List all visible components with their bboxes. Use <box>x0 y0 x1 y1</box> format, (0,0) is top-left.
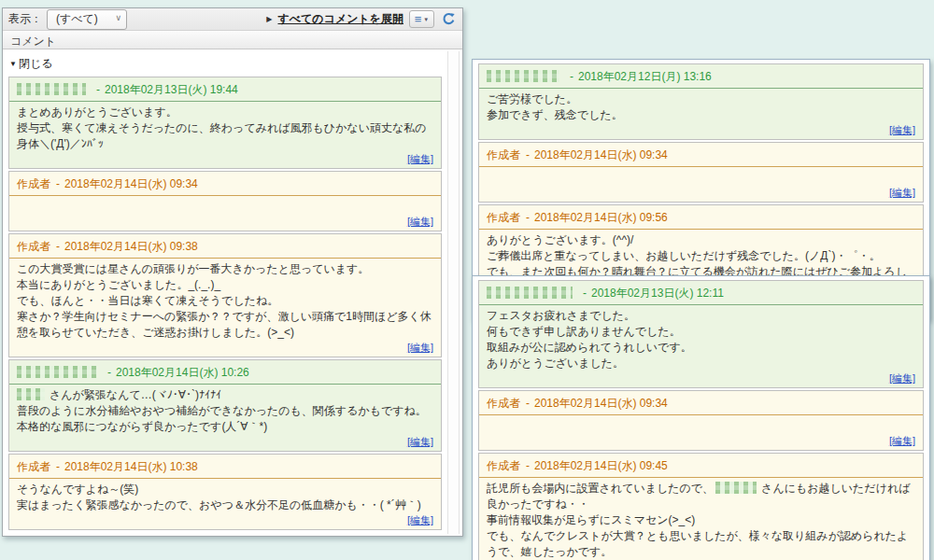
name-date-separator: - <box>96 83 100 96</box>
comment-body: まとめありがとうございます。 授与式、寒くて凍えそうだったのに、終わってみれば風… <box>9 102 441 152</box>
comment-body: フェスタお疲れさまでした。 何もできず申し訳ありませんでした。 取組みが公に認め… <box>479 305 923 371</box>
comments-window-left: 表示： (すべて) ∨ ▶ すべてのコメントを展開 ≡ ▼ コメント ▼閉じる <box>2 7 463 537</box>
expand-arrow-icon: ▶ <box>266 15 272 23</box>
edit-link[interactable]: [編集] <box>407 342 433 353</box>
comment-body <box>479 167 923 186</box>
edit-link[interactable]: [編集] <box>889 187 915 198</box>
comment-header: -2018年02月13日(火) 12:11 <box>479 281 923 305</box>
edit-link[interactable]: [編集] <box>407 216 433 227</box>
name-date-separator: - <box>56 177 60 190</box>
comment-header: 作成者-2018年02月14日(水) 09:56 <box>479 205 923 230</box>
display-filter-label: 表示： <box>8 11 42 27</box>
comment-block: 作成者-2018年02月14日(水) 09:45 託児所も会場内に設置されていま… <box>478 453 924 560</box>
redacted-commenter-name <box>17 83 86 95</box>
comment-date: 2018年02月14日(水) 09:56 <box>534 211 668 224</box>
comment-date: 2018年02月12日(月) 13:16 <box>578 70 712 83</box>
comment-filter-value: (すべて) <box>56 12 98 25</box>
comment-block: -2018年02月14日(水) 10:26 さんが緊張なんて…(ヾﾉ･∀･`)ﾅ… <box>8 359 442 452</box>
name-date-separator: - <box>56 460 60 473</box>
author-label: 作成者 <box>17 240 50 253</box>
edit-link[interactable]: [編集] <box>407 514 433 525</box>
name-date-separator: - <box>107 366 111 379</box>
comment-date: 2018年02月13日(火) 12:11 <box>591 287 724 300</box>
comment-block: 作成者-2018年02月14日(水) 09:34 [編集] <box>8 171 442 231</box>
comment-body: ご苦労様でした。 参加できず、残念でした。 <box>479 89 923 123</box>
comments-list: ▼閉じる -2018年02月13日(火) 19:44 まとめありがとうございます… <box>3 49 462 536</box>
comments-window-right-bottom: -2018年02月13日(火) 12:11 フェスタお疲れさまでした。 何もでき… <box>472 275 930 560</box>
author-label: 作成者 <box>487 148 520 161</box>
redacted-commenter-name <box>487 70 559 82</box>
hamburger-icon: ≡ <box>415 13 422 25</box>
name-date-separator: - <box>583 287 587 300</box>
edit-link[interactable]: [編集] <box>889 124 915 135</box>
comment-block: -2018年02月13日(火) 12:11 フェスタお疲れさまでした。 何もでき… <box>478 280 924 388</box>
redacted-commenter-name <box>17 366 97 378</box>
name-date-separator: - <box>56 240 60 253</box>
comment-block: -2018年02月13日(火) 19:44 まとめありがとうございます。 授与式… <box>8 77 442 169</box>
refresh-button[interactable] <box>440 11 457 28</box>
comment-block: -2018年02月12日(月) 13:16 ご苦労様でした。 参加できず、残念で… <box>478 63 924 140</box>
comments-toolbar: 表示： (すべて) ∨ ▶ すべてのコメントを展開 ≡ ▼ <box>3 8 462 31</box>
comment-header: 作成者-2018年02月14日(水) 09:34 <box>479 391 923 415</box>
comment-filter-select[interactable]: (すべて) ∨ <box>47 9 127 30</box>
author-label: 作成者 <box>17 177 50 190</box>
edit-link[interactable]: [編集] <box>889 435 915 446</box>
comment-body <box>9 196 441 215</box>
comment-date: 2018年02月14日(水) 09:34 <box>534 148 668 161</box>
caret-down-icon: ▼ <box>423 17 429 22</box>
comments-list: -2018年02月13日(火) 12:11 フェスタお疲れさまでした。 何もでき… <box>473 276 929 560</box>
comment-date: 2018年02月14日(水) 09:34 <box>534 397 668 410</box>
comment-date: 2018年02月14日(水) 09:34 <box>64 177 198 190</box>
author-label: 作成者 <box>487 397 520 410</box>
edit-link[interactable]: [編集] <box>407 153 433 164</box>
comment-block: 作成者-2018年02月14日(水) 10:38 そうなんですよね～(笑) 実は… <box>8 454 442 530</box>
name-date-separator: - <box>526 397 530 410</box>
comment-date: 2018年02月14日(水) 10:26 <box>116 366 249 379</box>
comment-block: 作成者-2018年02月14日(水) 09:38 この大賞受賞には星さんの頑張り… <box>8 233 442 357</box>
name-date-separator: - <box>526 148 530 161</box>
chevron-down-icon: ∨ <box>115 13 121 22</box>
comment-header: 作成者-2018年02月14日(水) 09:45 <box>479 454 923 478</box>
comment-body: そうなんですよね～(笑) 実はまったく緊張感なかったので、おやつ＆水分不足の低血… <box>9 479 441 513</box>
scrollbar-track[interactable] <box>447 51 460 534</box>
author-label: 作成者 <box>487 459 520 472</box>
comment-body <box>479 415 923 434</box>
author-label: 作成者 <box>487 211 520 224</box>
author-label: 作成者 <box>17 460 50 473</box>
edit-link[interactable]: [編集] <box>889 372 915 384</box>
comment-header: 作成者-2018年02月14日(水) 09:34 <box>9 172 441 196</box>
triangle-down-icon: ▼ <box>9 60 17 68</box>
comment-header: -2018年02月14日(水) 10:26 <box>9 360 441 385</box>
redacted-name-inline <box>17 388 45 400</box>
comment-date: 2018年02月14日(水) 09:38 <box>64 240 198 253</box>
refresh-icon <box>442 12 456 26</box>
edit-link[interactable]: [編集] <box>407 436 433 447</box>
comment-header: -2018年02月13日(火) 19:44 <box>9 77 441 102</box>
comment-date: 2018年02月13日(火) 19:44 <box>105 83 238 96</box>
name-date-separator: - <box>570 70 573 83</box>
list-options-button[interactable]: ≡ ▼ <box>409 10 434 28</box>
comment-block: 作成者-2018年02月14日(水) 09:34 [編集] <box>478 390 924 451</box>
comment-header: 作成者-2018年02月14日(水) 10:38 <box>9 455 441 479</box>
comment-header: 作成者-2018年02月14日(水) 09:34 <box>479 143 923 167</box>
comment-block: 作成者-2018年02月14日(水) 09:34 [編集] <box>478 142 924 203</box>
redacted-name-inline <box>715 482 757 494</box>
comment-body: この大賞受賞には星さんの頑張りが一番大きかったと思っています。 本当にありがとう… <box>9 259 441 341</box>
redacted-commenter-name <box>487 287 573 299</box>
expand-all-comments-link[interactable]: すべてのコメントを展開 <box>277 11 403 27</box>
comment-date: 2018年02月14日(水) 10:38 <box>64 460 198 473</box>
comment-header: -2018年02月12日(月) 13:16 <box>479 64 923 89</box>
comment-body: さんが緊張なんて…(ヾﾉ･∀･`)ﾅｲﾅｲ 普段のように水分補給やおやつ補給がで… <box>9 385 441 435</box>
name-date-separator: - <box>526 211 530 224</box>
collapse-toggle[interactable]: ▼閉じる <box>8 53 442 77</box>
comment-date: 2018年02月14日(水) 09:45 <box>534 459 668 472</box>
comment-body: 託児所も会場内に設置されていましたので、さんにもお越しいただければ良かったですね… <box>479 478 923 560</box>
name-date-separator: - <box>526 459 530 472</box>
comments-section-header: コメント <box>3 31 462 49</box>
comment-header: 作成者-2018年02月14日(水) 09:38 <box>9 234 441 259</box>
